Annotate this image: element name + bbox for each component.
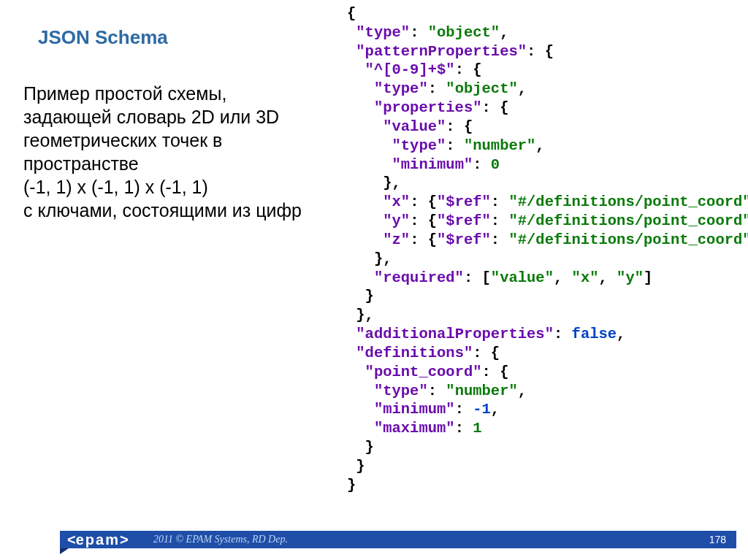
page-title: JSON Schema bbox=[38, 26, 168, 49]
logo: < epam > bbox=[60, 531, 136, 548]
page-number: 178 bbox=[709, 534, 726, 545]
footer-fold-icon bbox=[60, 548, 69, 554]
slide: JSON Schema Пример простой схемы, задающ… bbox=[0, 0, 748, 560]
code-line: { bbox=[347, 5, 356, 22]
logo-text: epam bbox=[76, 532, 120, 548]
angle-right-icon: > bbox=[120, 532, 129, 548]
code-block: { "type": "object", "patternProperties":… bbox=[347, 4, 748, 495]
angle-left-icon: < bbox=[67, 532, 76, 548]
copyright-text: 2011 © EPAM Systems, RD Dep. bbox=[153, 534, 288, 545]
footer: < epam > 2011 © EPAM Systems, RD Dep. 17… bbox=[0, 528, 748, 560]
description-text: Пример простой схемы, задающей словарь 2… bbox=[23, 82, 316, 222]
